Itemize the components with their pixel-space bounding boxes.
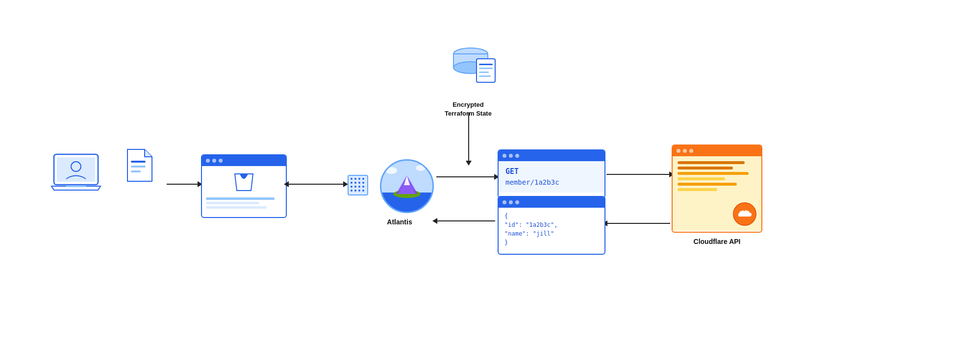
bitbucket-titlebar bbox=[202, 155, 286, 166]
cf-titlebar bbox=[673, 145, 761, 156]
svg-point-14 bbox=[358, 182, 360, 184]
json-line3: "name": "jill" bbox=[504, 229, 599, 238]
cloudflare-label: Cloudflare API bbox=[672, 238, 762, 245]
cloudflare-window bbox=[672, 145, 762, 233]
svg-point-22 bbox=[358, 190, 360, 192]
dot2 bbox=[509, 154, 513, 158]
get-body: GET member/1a2b3c bbox=[499, 161, 604, 193]
svg-rect-39 bbox=[479, 75, 491, 77]
dot1 bbox=[677, 149, 680, 153]
svg-rect-37 bbox=[479, 68, 493, 69]
arrow-cf-to-json bbox=[606, 223, 670, 224]
svg-point-12 bbox=[351, 182, 352, 184]
dot3 bbox=[219, 159, 223, 163]
dot2 bbox=[212, 159, 216, 163]
svg-point-9 bbox=[354, 178, 356, 180]
arrow-user-to-bitbucket bbox=[167, 184, 199, 185]
svg-point-8 bbox=[351, 178, 352, 180]
json-line1: { bbox=[504, 212, 599, 220]
svg-rect-1 bbox=[57, 157, 95, 182]
svg-point-23 bbox=[362, 190, 364, 192]
dot2 bbox=[683, 149, 687, 153]
dot2 bbox=[509, 200, 513, 204]
svg-point-13 bbox=[354, 182, 356, 184]
svg-rect-4 bbox=[131, 161, 146, 163]
svg-point-16 bbox=[351, 186, 352, 188]
svg-rect-38 bbox=[479, 72, 489, 73]
bitbucket-window bbox=[201, 154, 287, 218]
svg-point-27 bbox=[416, 165, 426, 171]
dot1 bbox=[206, 159, 210, 163]
arrow-atlantis-to-get bbox=[436, 176, 495, 177]
arrow-db-to-atlantis bbox=[468, 113, 469, 162]
atlantis-island-icon bbox=[380, 159, 434, 213]
document-icon bbox=[125, 147, 154, 186]
get-line1: GET bbox=[505, 166, 598, 177]
svg-rect-36 bbox=[479, 64, 493, 65]
dot1 bbox=[503, 154, 506, 158]
json-line2: "id": "1a2b3c", bbox=[504, 220, 599, 229]
get-line2: member/1a2b3c bbox=[505, 177, 598, 188]
svg-rect-5 bbox=[131, 166, 146, 168]
svg-point-40 bbox=[745, 212, 749, 215]
svg-point-11 bbox=[362, 178, 364, 180]
json-response-window: { "id": "1a2b3c", "name": "jill" } bbox=[498, 196, 605, 255]
dot1 bbox=[503, 200, 506, 204]
get-request-window: GET member/1a2b3c bbox=[498, 149, 605, 198]
svg-point-18 bbox=[358, 186, 360, 188]
user-laptop-icon bbox=[49, 152, 103, 198]
svg-point-21 bbox=[354, 190, 356, 192]
svg-rect-3 bbox=[66, 185, 86, 187]
dot3 bbox=[515, 154, 519, 158]
svg-point-26 bbox=[385, 167, 397, 174]
svg-point-10 bbox=[358, 178, 360, 180]
atlantis-label: Atlantis bbox=[368, 218, 431, 226]
json-line4: } bbox=[504, 238, 599, 247]
json-body: { "id": "1a2b3c", "name": "jill" } bbox=[499, 208, 604, 251]
get-titlebar bbox=[499, 150, 604, 161]
dot3 bbox=[689, 149, 693, 153]
database-icon bbox=[441, 39, 505, 105]
svg-point-20 bbox=[351, 190, 352, 192]
atlantis-server-icon bbox=[346, 168, 385, 204]
svg-point-19 bbox=[362, 186, 364, 188]
svg-point-17 bbox=[354, 186, 356, 188]
arrow-bitbucket-to-atlantis bbox=[288, 184, 344, 185]
arrow-get-to-cf bbox=[606, 174, 670, 175]
arrow-json-to-atlantis bbox=[436, 220, 495, 221]
svg-rect-6 bbox=[131, 170, 141, 172]
diagram: Atlantis Encrypted Terraform State bbox=[0, 0, 980, 363]
dot3 bbox=[515, 200, 519, 204]
json-titlebar bbox=[499, 197, 604, 208]
cf-body bbox=[673, 156, 761, 231]
bitbucket-body bbox=[202, 166, 286, 213]
svg-rect-35 bbox=[477, 59, 495, 82]
svg-point-15 bbox=[362, 182, 364, 184]
